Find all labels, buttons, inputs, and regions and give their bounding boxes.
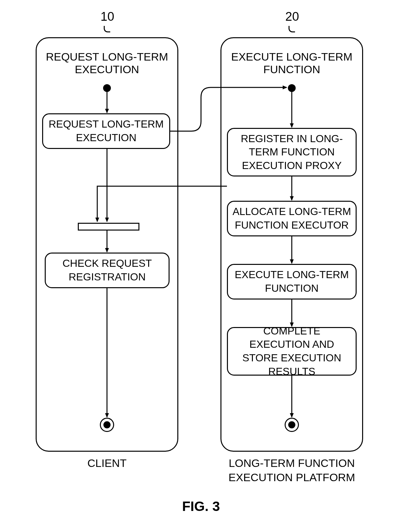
ref-20: 20 — [285, 10, 298, 24]
start-dot-platform — [288, 84, 296, 92]
client-footer: CLIENT — [36, 456, 178, 470]
platform-footer: LONG-TERM FUNCTION EXECUTION PLATFORM — [220, 456, 363, 484]
node-allocate-executor: ALLOCATE LONG-TERM FUNCTION EXECUTOR — [227, 201, 357, 236]
platform-footer-line1: LONG-TERM FUNCTION — [229, 457, 355, 469]
platform-footer-line2: EXECUTION PLATFORM — [229, 471, 355, 483]
end-dot-client — [100, 418, 114, 432]
swimlane-client: REQUEST LONG-TERM EXECUTION — [36, 37, 178, 452]
fork-bar — [78, 223, 139, 231]
swimlane-platform: EXECUTE LONG-TERM FUNCTION — [220, 37, 363, 452]
start-dot-client — [103, 84, 111, 92]
figure-title: FIG. 3 — [0, 499, 402, 514]
ref-10: 10 — [100, 10, 113, 24]
node-check-request-registration: CHECK REQUEST REGISTRATION — [45, 253, 170, 288]
node-execute-function: EXECUTE LONG-TERM FUNCTION — [227, 264, 357, 300]
client-lane-title: REQUEST LONG-TERM EXECUTION — [43, 51, 171, 76]
end-dot-platform — [285, 418, 299, 432]
end-dot-client-inner — [103, 421, 111, 428]
ref-20-tick — [289, 26, 295, 32]
end-dot-platform-inner — [288, 421, 295, 428]
ref-10-tick — [104, 26, 110, 32]
node-register-in-proxy: REGISTER IN LONG-TERM FUNCTION EXECUTION… — [227, 128, 357, 176]
platform-lane-title: EXECUTE LONG-TERM FUNCTION — [228, 51, 356, 76]
node-request-long-term-execution: REQUEST LONG-TERM EXECUTION — [42, 113, 170, 149]
node-complete-store: COMPLETE EXECUTION AND STORE EXECUTION R… — [227, 327, 357, 376]
